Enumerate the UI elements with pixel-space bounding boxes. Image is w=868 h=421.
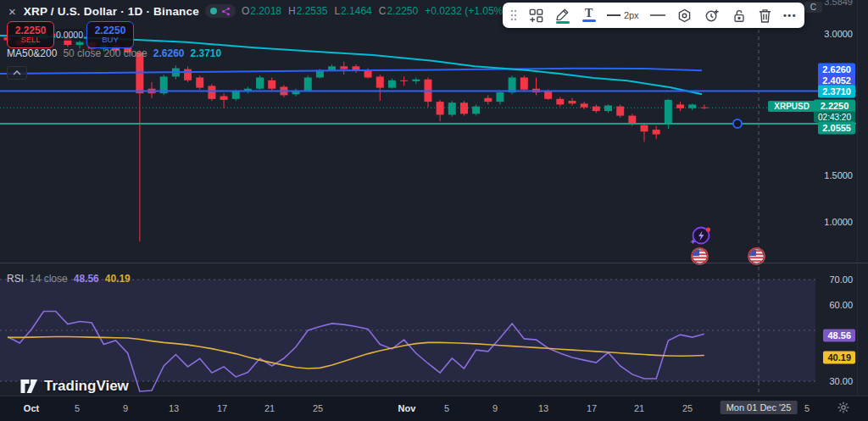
ma-indicator-legend[interactable]: MA50&200 50 close 200 close 2.6260 2.371… <box>7 47 221 59</box>
time-axis[interactable]: Oct5913172125Nov5913172125Mon 01 Dec '25… <box>0 396 868 421</box>
time-axis-label: 21 <box>264 403 275 413</box>
share-network-icon <box>221 7 231 16</box>
price-axis-label: 60.00 <box>829 300 853 310</box>
low-value: 2.1464 <box>341 5 372 17</box>
price-chart-canvas[interactable] <box>0 0 868 421</box>
price-axis-top-value: 3.5849 <box>824 0 853 7</box>
rsi-indicator-legend[interactable]: RSI 14 close 48.56 40.19 <box>7 273 131 285</box>
order-panel: 2.2250 SELL 0.0000 2.2250 BUY <box>7 21 134 48</box>
trash-icon <box>758 8 772 24</box>
time-axis-label: 5 <box>75 403 80 413</box>
ma50-value: 2.6260 <box>153 47 185 59</box>
time-axis-label: 21 <box>634 403 644 413</box>
time-axis-label: 5 <box>444 403 449 413</box>
price-axis-label: 3.0000 <box>824 29 853 39</box>
us-flag-icon <box>690 247 709 266</box>
lock-icon <box>732 8 747 24</box>
time-axis-label: 5 <box>804 403 810 413</box>
ma-legend-params: 50 close 200 close <box>63 47 147 59</box>
ma200-value: 2.3710 <box>190 47 221 59</box>
time-axis-label: 13 <box>538 403 548 413</box>
trend-line-icon <box>650 14 665 17</box>
price-axis-label: 1.0000 <box>824 217 853 227</box>
time-axis-label: 17 <box>217 403 227 413</box>
time-axis-label: 17 <box>587 403 597 413</box>
price-axis-badge: 2.3710 <box>818 86 855 98</box>
buy-label: BUY <box>102 36 119 44</box>
close-label: C <box>379 5 387 17</box>
close-value: 2.2250 <box>387 5 418 17</box>
hline-selection-handle[interactable] <box>733 119 742 128</box>
settings-button[interactable] <box>676 8 693 24</box>
alert-clock-add-icon <box>704 8 720 24</box>
price-axis-badge: 2.225002:43:20 <box>814 100 855 123</box>
chart-status-pill[interactable] <box>205 4 236 18</box>
more-options-icon: ••• <box>783 10 797 20</box>
chevron-up-icon <box>13 70 21 75</box>
tradingview-chart-window: × XRP / U.S. Dollar · 1D · Binance O2.20… <box>0 0 868 421</box>
object-add-icon <box>528 8 544 24</box>
text-color-bar <box>582 19 596 22</box>
trend-line-tool-button[interactable] <box>650 14 665 17</box>
buy-button[interactable]: 2.2250 BUY <box>86 21 134 48</box>
price-axis-badge: 40.19 <box>823 352 855 364</box>
line-width-sample-icon <box>607 14 620 17</box>
tradingview-logo[interactable]: TradingView <box>20 378 129 395</box>
add-alert-button[interactable] <box>704 8 720 24</box>
tradingview-mark-icon <box>20 379 38 395</box>
pencil-tool-button[interactable] <box>555 8 570 24</box>
more-options-button[interactable]: ••• <box>783 10 797 20</box>
legend-collapse-button[interactable] <box>7 66 27 80</box>
rsi-legend-name: RSI <box>7 273 24 285</box>
chart-header: × XRP / U.S. Dollar · 1D · Binance O2.20… <box>7 3 506 19</box>
close-icon[interactable]: × <box>7 5 18 18</box>
tradingview-logo-text: TradingView <box>44 378 129 395</box>
time-axis-label: 9 <box>123 403 128 413</box>
time-axis-label: 9 <box>492 403 498 413</box>
ma-legend-name: MA50&200 <box>7 47 57 59</box>
open-label: O <box>242 5 249 17</box>
rsi-legend-params: 14 close <box>30 273 68 285</box>
object-add-button[interactable] <box>528 8 544 24</box>
change-value: +0.0232 (+1.05%) <box>425 5 506 17</box>
drag-dots-icon <box>510 9 517 21</box>
low-label: L <box>334 5 340 17</box>
spread-value: 0.0000 <box>55 29 84 41</box>
us-economic-event-marker[interactable] <box>690 247 709 269</box>
streak-lightning-icon <box>689 225 711 247</box>
gear-icon <box>837 402 849 413</box>
line-width-label: 2px <box>624 10 639 20</box>
high-value: 2.2535 <box>297 5 328 17</box>
us-economic-event-marker[interactable] <box>747 247 766 269</box>
us-flag-icon <box>747 247 766 266</box>
price-axis-label: 70.00 <box>829 274 853 285</box>
ohlc-readout: O2.2018 H2.2535 L2.1464 C2.2250 +0.0232 … <box>242 5 506 17</box>
text-tool-icon: T <box>585 8 593 19</box>
time-axis-label: 25 <box>313 403 323 413</box>
toolbar-drag-handle[interactable] <box>510 9 517 21</box>
open-value: 2.2018 <box>250 5 281 17</box>
lock-button[interactable] <box>732 8 747 24</box>
currency-unit-button[interactable]: C <box>804 2 822 13</box>
high-label: H <box>288 5 296 17</box>
time-axis-current-date: Mon 01 Dec '25 <box>721 401 798 414</box>
delete-button[interactable] <box>758 8 772 24</box>
symbol-price-badge: XRPUSD <box>768 101 815 112</box>
pencil-icon <box>555 8 570 20</box>
pencil-color-bar <box>556 21 570 24</box>
price-axis-label: 1.5000 <box>824 170 853 180</box>
time-axis-label: Oct <box>24 403 39 413</box>
session-settings-button[interactable] <box>837 402 849 417</box>
drawing-toolbar: T 2px <box>503 3 804 28</box>
line-width-button[interactable]: 2px <box>607 10 639 20</box>
price-axis-label: 30.00 <box>829 376 853 386</box>
symbol-title[interactable]: XRP / U.S. Dollar · 1D · Binance <box>24 5 199 18</box>
text-tool-button[interactable]: T <box>582 8 596 22</box>
connection-dot-icon <box>210 8 217 14</box>
sell-button[interactable]: 2.2250 SELL <box>7 21 54 48</box>
time-axis-label: Nov <box>398 403 416 413</box>
price-axis-badge: 48.56 <box>823 330 855 342</box>
price-axis-badge: 2.0555 <box>818 122 855 135</box>
rsi-current-value: 48.56 <box>74 273 99 285</box>
time-axis-label: 25 <box>682 403 693 413</box>
